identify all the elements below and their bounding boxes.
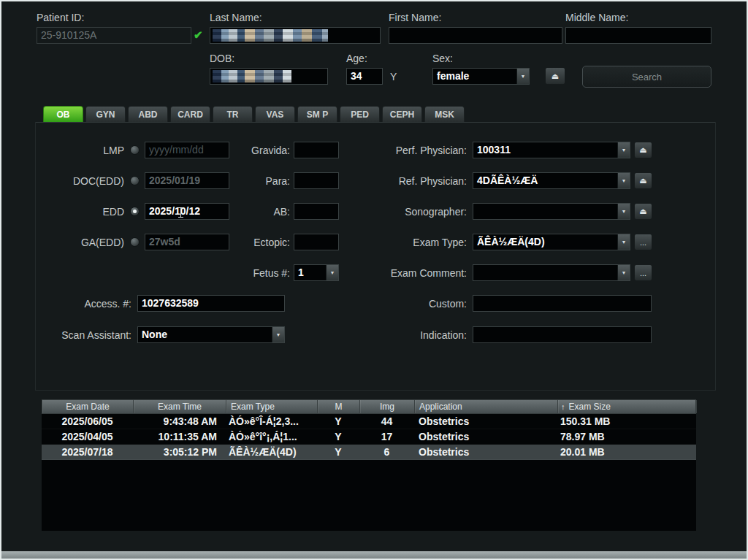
perf-physician-select[interactable]: 100311 ▼ [473,142,630,158]
accession-field[interactable]: 1027632589 [137,295,285,312]
fetus-label: Fetus #: [221,267,290,279]
para-field[interactable] [294,172,339,189]
redacted-last-name [213,29,328,42]
col-img[interactable]: Img [360,400,415,413]
col-m[interactable]: M [318,400,360,413]
table-row[interactable]: 2025/06/05 9:43:48 AM ÀÓ»ê°Î-Á¦2,3... Y … [42,414,696,429]
last-name-field[interactable] [210,27,381,44]
clear-icon: ⏏ [552,72,559,81]
ab-label: AB: [221,206,290,218]
middle-name-field[interactable] [565,27,711,44]
valid-check-icon: ✔ [194,28,203,42]
sonographer-clear-button[interactable]: ⏏ [634,203,652,220]
ab-field[interactable] [294,203,339,220]
cell-exam-size: 20.01 MB [557,446,696,458]
sex-select[interactable]: female ▼ [432,68,530,85]
ref-physician-select[interactable]: 4DÃÊÀ½ÆÄ ▼ [473,172,630,189]
cell-exam-date: 2025/06/05 [42,415,133,427]
exam-comment-more-button[interactable]: ... [634,264,652,281]
lmp-field[interactable]: yyyy/mm/dd [145,142,229,158]
ectopic-field[interactable] [294,234,339,250]
redacted-dob [213,70,291,83]
sonographer-select[interactable]: ▼ [473,203,630,220]
chevron-down-icon[interactable]: ▼ [617,204,630,219]
tab-gyn[interactable]: GYN [85,106,126,123]
ellipsis-icon: ... [640,269,646,277]
cell-m: Y [317,446,359,458]
tab-vas[interactable]: VAS [255,106,295,123]
col-exam-type[interactable]: Exam Type [226,400,318,413]
doc-edd-radio[interactable] [130,176,140,185]
indication-label: Indication: [361,329,467,341]
exam-comment-select[interactable]: ▼ [473,264,630,281]
col-exam-date[interactable]: Exam Date [42,400,134,413]
sonographer-label: Sonographer: [361,206,467,218]
first-name-field[interactable] [389,27,562,44]
clear-icon: ⏏ [639,207,646,216]
gravida-field[interactable] [294,142,339,158]
cell-exam-type: ÀÓ»ê°Î-Á¦2,3... [226,415,317,427]
tab-ob[interactable]: OB [43,106,83,123]
edd-label: EDD [37,206,124,218]
perf-physician-clear-button[interactable]: ⏏ [634,142,652,158]
indication-field[interactable] [473,326,652,343]
chevron-down-icon[interactable]: ▼ [617,173,630,188]
tab-msk[interactable]: MSK [424,106,465,123]
cell-exam-time: 10:11:35 AM [133,431,226,442]
tab-tr[interactable]: TR [213,106,253,123]
lmp-radio[interactable] [130,145,140,155]
dob-field[interactable] [210,68,328,85]
age-label: Age: [346,53,367,64]
tab-abd[interactable]: ABD [128,106,168,123]
sex-clear-button[interactable]: ⏏ [545,67,565,85]
edd-field[interactable]: 2025/10/12 [145,203,229,220]
col-exam-time[interactable]: Exam Time [134,400,226,413]
edd-radio[interactable] [130,207,140,216]
lmp-label: LMP [37,145,124,156]
tab-ped[interactable]: PED [340,106,380,123]
cell-img: 17 [359,431,414,442]
chevron-down-icon[interactable]: ▼ [516,69,529,84]
ga-edd-field[interactable]: 27w5d [145,234,229,250]
patient-id-field[interactable]: 25-910125A [37,27,191,44]
gravida-label: Gravida: [221,145,290,156]
exam-type-select[interactable]: ÃÊÀ½ÆÄ(4D) ▼ [473,234,630,250]
cell-application: Obstetrics [414,431,557,442]
ellipsis-icon: ... [640,238,646,247]
scan-assistant-value: None [138,327,272,342]
chevron-down-icon[interactable]: ▼ [326,265,338,280]
chevron-down-icon[interactable]: ▼ [272,327,284,342]
fetus-select[interactable]: 1 ▼ [294,264,339,281]
ectopic-label: Ectopic: [221,237,290,248]
table-row-selected[interactable]: 2025/07/18 3:05:12 PM ÃÊÀ½ÆÄ(4D) Y 6 Obs… [42,445,696,460]
scan-assistant-select[interactable]: None ▼ [137,326,285,343]
cell-img: 44 [359,415,414,427]
cell-exam-time: 3:05:12 PM [133,446,226,458]
exam-comment-value [473,265,617,280]
custom-field[interactable] [473,295,652,312]
table-row[interactable]: 2025/04/05 10:11:35 AM ÀÓ»ê°î°¡,Á¦1... Y… [42,429,696,445]
bottom-status-bar [1,551,747,559]
accession-label: Access. #: [31,298,131,310]
tab-ceph[interactable]: CEPH [382,106,422,123]
search-button[interactable]: Search [582,66,711,88]
perf-physician-value: 100311 [473,142,617,158]
ga-edd-radio[interactable] [130,237,140,247]
doc-edd-field[interactable]: 2025/01/19 [145,172,229,189]
col-exam-size[interactable]: ↑Exam Size [558,400,697,413]
patient-registration-screen: Patient ID: 25-910125A ✔ Last Name: Firs… [0,0,748,560]
cell-m: Y [317,431,359,442]
ref-physician-clear-button[interactable]: ⏏ [634,172,652,189]
exam-category-tabs: OB GYN ABD CARD TR VAS SM P PED CEPH MSK [43,106,465,123]
chevron-down-icon[interactable]: ▼ [617,265,630,280]
col-exam-size-label: Exam Size [569,402,611,412]
chevron-down-icon[interactable]: ▼ [617,234,630,250]
exam-type-more-button[interactable]: ... [634,234,652,250]
age-unit-label: Y [390,71,397,83]
cell-application: Obstetrics [414,415,557,427]
chevron-down-icon[interactable]: ▼ [617,142,630,158]
tab-smp[interactable]: SM P [297,106,337,123]
tab-card[interactable]: CARD [170,106,210,123]
age-field[interactable]: 34 [346,68,383,85]
col-application[interactable]: Application [415,400,558,413]
